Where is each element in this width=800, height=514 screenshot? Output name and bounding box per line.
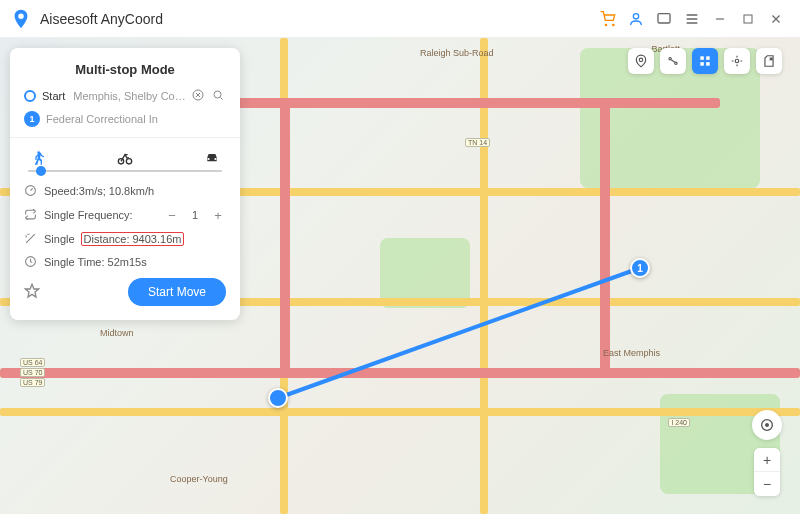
- map-tools: [628, 48, 782, 74]
- app-logo-icon: [10, 8, 32, 30]
- start-marker[interactable]: [268, 388, 288, 408]
- freq-decrease-button[interactable]: −: [164, 207, 180, 223]
- time-row: Single Time: 52m15s: [24, 255, 226, 269]
- export-tool[interactable]: [756, 48, 782, 74]
- zoom-control: + −: [754, 448, 780, 496]
- joystick-tool[interactable]: [724, 48, 750, 74]
- control-panel: Multi-stop Mode Start Memphis, Shelby Co…: [10, 48, 240, 320]
- svg-point-10: [126, 159, 131, 164]
- svg-point-7: [214, 91, 221, 98]
- svg-rect-17: [706, 56, 710, 60]
- svg-point-15: [675, 62, 677, 64]
- svg-rect-4: [744, 15, 752, 23]
- distance-highlight: Distance: 9403.16m: [81, 232, 185, 246]
- route-shield: I 240: [668, 418, 690, 427]
- map-label: Cooper-Young: [170, 474, 228, 484]
- speed-slider[interactable]: [28, 170, 222, 172]
- map-label: Raleigh Sub-Road: [420, 48, 494, 58]
- route-shield: TN 14: [465, 138, 490, 147]
- favorite-icon[interactable]: [24, 283, 42, 301]
- clear-icon[interactable]: [192, 89, 206, 103]
- route-shield: US 64: [20, 358, 45, 367]
- route-shield: US 70: [20, 368, 45, 377]
- multi-stop-tool[interactable]: [692, 48, 718, 74]
- locate-button[interactable]: [752, 410, 782, 440]
- close-button[interactable]: [762, 5, 790, 33]
- map-label: East Memphis: [603, 348, 660, 358]
- svg-rect-19: [706, 62, 710, 65]
- walk-mode-icon[interactable]: [28, 148, 48, 168]
- stop-marker[interactable]: 1: [630, 258, 650, 278]
- svg-point-13: [639, 58, 643, 62]
- map-bottom-tools: + −: [752, 410, 782, 496]
- speedometer-icon: [24, 184, 38, 198]
- svg-point-2: [633, 13, 638, 18]
- user-icon[interactable]: [622, 5, 650, 33]
- svg-point-0: [605, 24, 606, 25]
- route-shield: US 79: [20, 378, 45, 387]
- clock-icon: [24, 255, 38, 269]
- start-move-button[interactable]: Start Move: [128, 278, 226, 306]
- app-title: Aiseesoft AnyCoord: [40, 11, 163, 27]
- svg-rect-16: [700, 56, 704, 60]
- svg-point-1: [613, 24, 614, 25]
- minimize-button[interactable]: [706, 5, 734, 33]
- speed-row: Speed:3m/s; 10.8km/h: [24, 184, 226, 198]
- menu-icon[interactable]: [678, 5, 706, 33]
- cart-icon[interactable]: [594, 5, 622, 33]
- single-point-tool[interactable]: [628, 48, 654, 74]
- car-mode-icon[interactable]: [202, 148, 222, 168]
- svg-point-20: [735, 59, 739, 63]
- stop-number-icon: 1: [24, 111, 40, 127]
- start-input[interactable]: Memphis, Shelby Coun: [73, 90, 186, 102]
- map-label: Midtown: [100, 328, 134, 338]
- stop-input[interactable]: Federal Correctional In: [46, 113, 226, 125]
- svg-point-14: [669, 58, 671, 60]
- distance-row: Single Distance: 9403.16m: [24, 232, 226, 246]
- map-canvas[interactable]: Bartlett Midtown East Memphis Cooper-You…: [0, 38, 800, 514]
- start-circle-icon: [24, 90, 36, 102]
- svg-rect-3: [658, 13, 670, 22]
- start-point-row: Start Memphis, Shelby Coun: [24, 89, 226, 103]
- panel-title: Multi-stop Mode: [24, 62, 226, 77]
- route-icon: [24, 232, 38, 246]
- two-point-tool[interactable]: [660, 48, 686, 74]
- zoom-in-button[interactable]: +: [754, 448, 780, 472]
- repeat-icon: [24, 208, 38, 222]
- zoom-out-button[interactable]: −: [754, 472, 780, 496]
- frequency-stepper: − 1 +: [164, 207, 226, 223]
- svg-point-22: [766, 424, 769, 427]
- svg-rect-18: [700, 62, 704, 65]
- screen-icon[interactable]: [650, 5, 678, 33]
- search-icon[interactable]: [212, 89, 226, 103]
- transport-mode-row: [24, 148, 226, 168]
- maximize-button[interactable]: [734, 5, 762, 33]
- bike-mode-icon[interactable]: [115, 148, 135, 168]
- freq-increase-button[interactable]: +: [210, 207, 226, 223]
- frequency-row: Single Frequency: − 1 +: [24, 207, 226, 223]
- stop-point-row: 1 Federal Correctional In: [24, 111, 226, 127]
